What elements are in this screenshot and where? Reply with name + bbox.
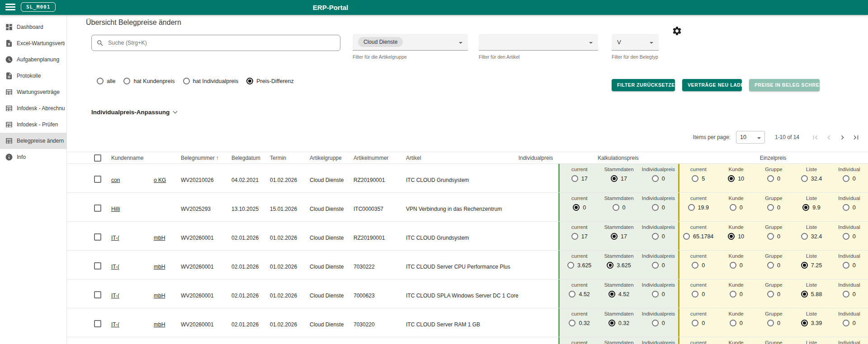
radio-icon[interactable] [801,175,808,182]
radio-icon[interactable] [728,175,735,182]
radio-icon[interactable] [843,204,849,211]
radio-icon[interactable] [692,291,698,298]
col-termin[interactable]: Termin [270,152,286,164]
price-option[interactable]: 0 [767,233,780,240]
price-option[interactable]: 65.1784 [683,233,713,240]
radio-icon[interactable] [652,175,659,182]
search-input[interactable]: Suche (Strg+K) [91,35,340,51]
radio-icon[interactable] [767,262,774,269]
filter-radio-alle[interactable]: alle [97,78,115,84]
select-all-checkbox[interactable] [94,154,101,162]
radio-icon[interactable] [569,291,576,298]
radio-icon[interactable] [609,320,615,326]
radio-icon[interactable] [728,233,735,240]
sidebar-item-protokolle[interactable]: Protokolle [0,68,66,84]
button-filter-zurücksetzen[interactable]: FILTER ZURÜCKSETZEN [612,79,675,91]
artikelgruppe-select[interactable]: Cloud Dienste [353,34,468,51]
radio-icon[interactable] [767,291,774,298]
radio-icon[interactable] [183,78,190,84]
sidebar-item-info[interactable]: Info [0,149,66,165]
price-option[interactable]: 0 [573,204,586,211]
row-checkbox[interactable] [94,176,101,183]
row-checkbox[interactable] [94,205,101,212]
customer-link-start[interactable]: Hilli [111,206,120,212]
previous-page-icon[interactable] [822,130,835,144]
radio-icon[interactable] [613,204,619,211]
price-option[interactable]: 17 [571,233,588,240]
col-belegdatum[interactable]: Belegdatum [231,152,260,164]
price-option[interactable]: 4.52 [569,291,590,298]
radio-icon[interactable] [123,78,130,84]
radio-icon[interactable] [843,262,849,269]
radio-icon[interactable] [688,204,695,211]
price-option[interactable]: 0 [767,204,780,211]
customer-link-start[interactable]: IT-( [111,321,119,328]
radio-icon[interactable] [843,291,849,298]
col-kundenname[interactable]: Kundenname [111,152,143,164]
price-option[interactable]: 0 [843,204,856,211]
section-individualpreis-anpassung[interactable]: Individualpreis-Anpassung [91,109,177,116]
radio-icon[interactable] [692,175,698,182]
last-page-icon[interactable] [849,130,863,144]
sidebar-item-excel-wartungsvertra[interactable]: Excel-Wartungsvertra… [0,35,66,51]
sidebar-item-infodesk-prüfen[interactable]: Infodesk - Prüfen [0,116,66,133]
price-option[interactable]: 10 [728,233,744,240]
price-option[interactable]: 5 [692,175,705,182]
radio-icon[interactable] [843,175,849,182]
radio-icon[interactable] [843,320,849,326]
filter-radio-hat-kundenpreis[interactable]: hat Kundenpreis [123,78,175,84]
radio-icon[interactable] [571,175,578,182]
customer-link-end[interactable]: mbH [154,321,165,328]
radio-icon[interactable] [609,291,615,298]
price-option[interactable]: 3.39 [801,320,822,326]
sidebar-item-dashboard[interactable]: Dashboard [0,19,66,35]
price-option[interactable]: 3.625 [567,262,591,269]
row-checkbox[interactable] [94,320,101,327]
radio-icon[interactable] [801,291,808,298]
customer-link-start[interactable]: con [111,177,120,183]
customer-link-end[interactable]: mbH [154,293,165,299]
col-artikelnummer[interactable]: Artikelnummer [354,152,388,164]
radio-icon[interactable] [730,204,736,211]
col-artikel[interactable]: Artikel [406,152,421,164]
price-option[interactable]: 0 [767,175,780,182]
price-option[interactable]: 7.25 [801,262,822,269]
radio-icon[interactable] [683,233,690,240]
radio-icon[interactable] [692,262,698,269]
radio-icon[interactable] [730,262,736,269]
row-checkbox[interactable] [94,233,101,241]
button-preise-in-beleg-schreiben[interactable]: PREISE IN BELEG SCHREIBEN [749,79,820,91]
price-option[interactable]: 0 [730,291,743,298]
belegtyp-select[interactable]: V [612,34,659,51]
radio-icon[interactable] [652,233,659,240]
menu-icon[interactable] [5,4,15,11]
price-option[interactable]: 32.4 [801,175,822,182]
radio-icon[interactable] [652,291,659,298]
radio-icon[interactable] [652,204,659,211]
col-belegnummer[interactable]: Belegnummer↑ [181,152,219,164]
row-checkbox[interactable] [94,291,101,298]
price-option[interactable]: 17 [611,175,627,182]
radio-icon[interactable] [571,233,578,240]
radio-icon[interactable] [767,204,774,211]
radio-icon[interactable] [730,320,736,326]
price-option[interactable]: 4.52 [609,291,629,298]
price-option[interactable]: 0 [767,320,780,326]
customer-link-start[interactable]: IT-( [111,293,119,299]
radio-icon[interactable] [843,233,849,240]
settings-gear-icon[interactable] [672,26,682,36]
radio-icon[interactable] [801,262,808,269]
price-option[interactable]: 0 [652,262,665,269]
price-option[interactable]: 0 [843,262,856,269]
radio-icon[interactable] [573,204,580,211]
radio-icon[interactable] [567,262,574,269]
price-option[interactable]: 0 [692,262,705,269]
price-option[interactable]: 0 [767,262,780,269]
filter-radio-preis-differenz[interactable]: Preis-Differenz [246,78,293,84]
price-option[interactable]: 0 [692,291,705,298]
radio-icon[interactable] [607,262,613,269]
price-option[interactable]: 17 [571,175,588,182]
artikel-select[interactable] [479,34,598,51]
price-option[interactable]: 0 [730,320,743,326]
radio-icon[interactable] [767,175,774,182]
